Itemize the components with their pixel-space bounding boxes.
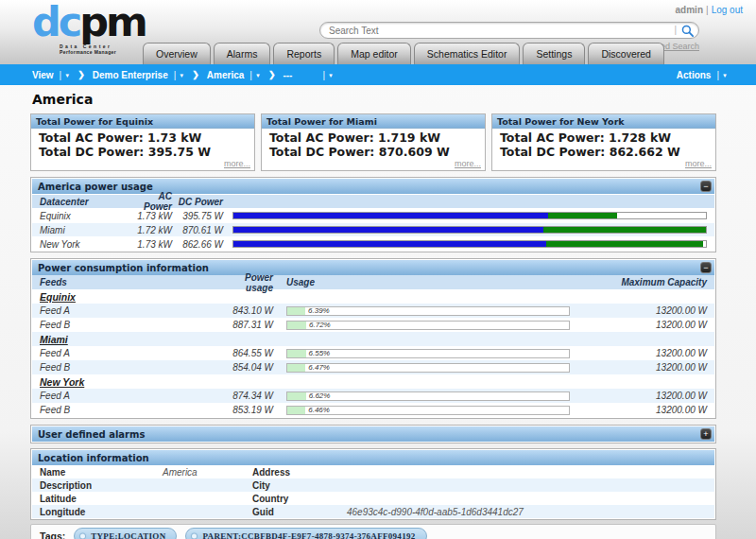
datacenter-name: Miami [32, 225, 130, 235]
breadcrumb-item-america[interactable]: America | ▼ [207, 70, 261, 80]
ac-power-value: 1.72 kW [130, 225, 172, 235]
breadcrumb-item-view[interactable]: View | ▼ [32, 70, 70, 80]
dc-power-value: 862.66 W [172, 239, 223, 250]
breadcrumb-item-empty[interactable]: --- | ▼ [283, 70, 334, 80]
search-icon[interactable] [680, 24, 695, 38]
datacenter-name: New York [32, 239, 130, 250]
usage-percent: 6.47% [308, 363, 330, 372]
power-bar [232, 240, 707, 248]
section-title: Location information [38, 453, 149, 463]
tab-discovered[interactable]: Discovered [588, 43, 664, 64]
datacenter-name: Equinix [32, 211, 130, 221]
page: dcpm Data Center Performance Manager adm… [0, 0, 756, 539]
tag-parent-guid[interactable]: PARENT:CCBFBD4F-E9F7-4878-9374-376AFF094… [185, 528, 426, 539]
dc-bar-segment [543, 227, 706, 233]
breadcrumb-item-demo-enterprise[interactable]: Demo Enterprise | ▼ [93, 70, 185, 80]
field-label: Name [32, 467, 163, 478]
main-content: America Total Power for Equinix Total AC… [0, 85, 756, 539]
username-label: admin [676, 5, 703, 15]
more-link[interactable]: more... [31, 159, 254, 170]
section-title: Power consumption information [38, 263, 209, 273]
pipe-divider: | [706, 5, 709, 15]
logout-link[interactable]: Log out [712, 5, 743, 15]
field-label: Longitude [32, 507, 163, 517]
tag-dot-icon [192, 534, 197, 539]
app-logo[interactable]: dcpm [32, 0, 146, 43]
feed-name: Feed A [32, 305, 224, 316]
tab-bar: Overview Alarms Reports Map editor Schem… [143, 43, 667, 64]
power-usage-value: 887.31 W [224, 320, 273, 330]
expand-icon[interactable]: + [700, 428, 712, 440]
datacenter-link-new-york[interactable]: New York [40, 376, 84, 388]
pipe-divider: | [716, 70, 719, 80]
panel-title: Total Power for Equinix [36, 116, 153, 127]
tab-settings[interactable]: Settings [523, 43, 585, 64]
field-label: Address [252, 467, 347, 478]
max-capacity-value: 13200.00 W [575, 362, 714, 373]
tag-text: PARENT:CCBFBD4F-E9F7-4878-9374-376AFF094… [202, 531, 415, 539]
usage-bar: 6.55% [286, 349, 570, 358]
caret-down-icon[interactable]: ▼ [722, 73, 728, 78]
ac-bar-segment [233, 227, 543, 233]
logo-tagline-line2: Performance Manager [60, 49, 116, 55]
ac-power-value: 1.73 kW [130, 211, 172, 221]
table-row: Latitude Country [32, 492, 714, 505]
caret-down-icon[interactable]: ▼ [328, 73, 334, 78]
datacenter-link-miami[interactable]: Miami [40, 334, 68, 345]
col-power-usage: Power usage [224, 272, 273, 293]
tab-overview[interactable]: Overview [143, 43, 211, 64]
feed-name: Feed B [32, 405, 224, 415]
more-link[interactable]: more... [262, 159, 485, 170]
feed-name: Feed A [32, 348, 224, 358]
tab-schematics-editor[interactable]: Schematics Editor [414, 43, 521, 64]
field-label: City [252, 480, 347, 491]
usage-bar: 6.72% [286, 321, 570, 330]
tag-type-location[interactable]: TYPE:LOCATION [74, 528, 177, 539]
tags-label: Tags: [40, 530, 65, 539]
usage-bar: 6.62% [286, 391, 570, 401]
usage-bar-fill [287, 307, 305, 315]
usage-percent: 6.46% [308, 406, 330, 414]
col-feeds: Feeds [32, 277, 224, 287]
group-row: New York [32, 374, 714, 389]
search-input[interactable] [329, 24, 662, 37]
caret-down-icon[interactable]: ▼ [64, 73, 70, 78]
power-usage-value: 864.55 W [224, 348, 273, 358]
table-header-row: Feeds Power usage Usage Maximum Capacity [32, 275, 714, 289]
table-row: Feed B 854.04 W 6.47% 13200.00 W [32, 360, 714, 374]
usage-bar-fill [287, 322, 306, 329]
ac-power-value: 1.73 kW [130, 239, 172, 250]
usage-percent: 6.39% [308, 306, 330, 315]
usage-bar: 6.39% [286, 306, 570, 316]
usage-percent: 6.55% [309, 349, 331, 357]
datacenter-link-equinix[interactable]: Equinix [40, 291, 76, 303]
caret-down-icon[interactable]: ▼ [255, 73, 261, 78]
usage-bar-fill [287, 364, 305, 372]
tab-alarms[interactable]: Alarms [214, 43, 271, 64]
more-link[interactable]: more... [492, 159, 715, 170]
collapse-icon[interactable]: − [700, 181, 712, 192]
collapse-icon[interactable]: − [700, 262, 712, 273]
guid-value: 46e93c4c-d990-4f0d-aab5-1d6d3441dc27 [347, 507, 714, 517]
tab-map-editor[interactable]: Map editor [337, 43, 411, 64]
table-row: Miami 1.72 kW 870.61 W [32, 223, 714, 236]
ac-bar-segment [233, 213, 548, 218]
actions-menu[interactable]: Actions | ▼ [677, 70, 728, 80]
usage-bar-fill [287, 407, 305, 414]
section-title: User defined alarms [38, 429, 145, 440]
panel-title: Total Power for Miami [266, 116, 377, 127]
power-bar [232, 212, 707, 219]
total-dc-power: Total DC Power: 870.609 W [269, 145, 477, 159]
col-maximum-capacity: Maximum Capacity [575, 277, 714, 287]
table-row: Description City [32, 478, 714, 492]
total-dc-power: Total DC Power: 395.75 W [39, 145, 247, 159]
actions-label: Actions [677, 70, 712, 80]
power-usage-value: 854.04 W [224, 362, 273, 373]
caret-down-icon[interactable]: ▼ [179, 73, 184, 78]
max-capacity-value: 13200.00 W [575, 348, 714, 358]
col-ac-power: AC Power [130, 191, 172, 212]
page-title: America [32, 93, 716, 107]
tab-reports[interactable]: Reports [273, 43, 335, 64]
chevron-right-icon: ❯ [268, 70, 276, 79]
table-row: Equinix 1.73 kW 395.75 W [32, 209, 714, 222]
